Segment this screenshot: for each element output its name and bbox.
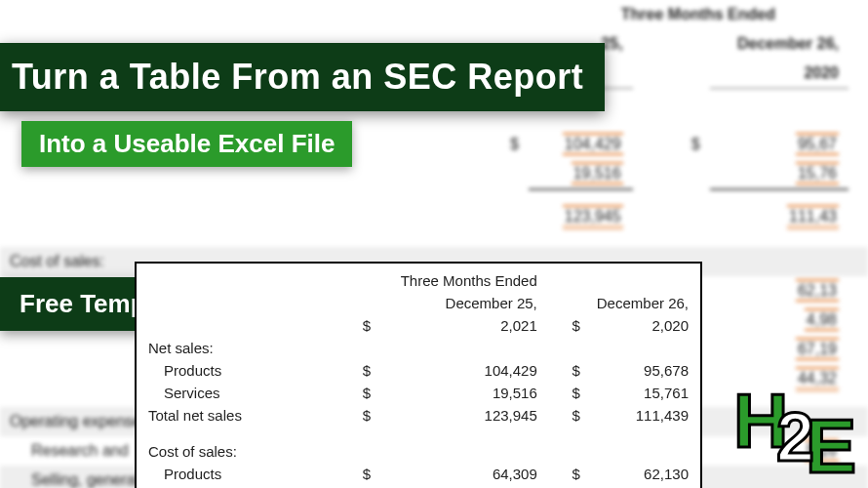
table-row: Services $19,516 $15,761 (137, 382, 700, 404)
svg-text:2: 2 (776, 399, 814, 475)
inset-section-net-sales: Net sales: (137, 337, 339, 359)
inset-period-header: Three Months Ended (339, 269, 549, 292)
title-banner-line2: Into a Useable Excel File (21, 121, 352, 167)
title-banner-line1: Turn a Table From an SEC Report (0, 43, 605, 111)
table-row: Products $104,429 $95,678 (137, 359, 700, 382)
table-row: Products $64,309 $62,130 (137, 463, 700, 485)
inset-excel-table: Three Months Ended December 25, December… (135, 262, 702, 488)
table-row: Total net sales $123,945 $111,439 (137, 404, 700, 427)
h2e-logo-icon: H E 2 (731, 377, 864, 484)
bg-period-header: Three Months Ended (529, 0, 868, 29)
inset-section-cost: Cost of sales: (137, 440, 339, 463)
